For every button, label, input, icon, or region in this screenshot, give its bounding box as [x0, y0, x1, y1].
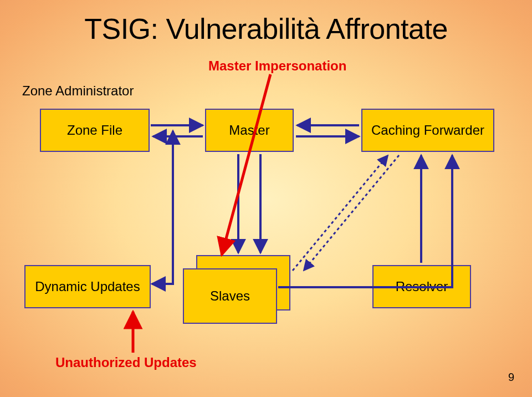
slide-title: TSIG: Vulnerabilità Affrontate — [0, 12, 532, 45]
dynamic-updates-box: Dynamic Updates — [24, 265, 151, 308]
resolver-box: Resolver — [372, 265, 471, 308]
master-impersonation-label: Master Impersonation — [208, 58, 346, 74]
arrow-master-impersonation — [222, 74, 270, 255]
page-number: 9 — [508, 371, 514, 384]
master-label: Master — [229, 123, 269, 138]
zone-administrator-label: Zone Administrator — [22, 83, 134, 99]
zone-file-label: Zone File — [67, 123, 122, 138]
slaves-label: Slaves — [210, 288, 250, 304]
caching-forwarder-label: Caching Forwarder — [371, 123, 484, 138]
caching-forwarder-box: Caching Forwarder — [361, 109, 494, 152]
arrow-dashed-up — [293, 155, 388, 271]
resolver-label: Resolver — [396, 279, 448, 294]
dynamic-updates-label: Dynamic Updates — [35, 279, 140, 294]
unauthorized-updates-label: Unauthorized Updates — [55, 355, 197, 370]
master-box: Master — [205, 109, 294, 152]
arrow-dashed-down — [304, 155, 399, 271]
zone-file-box: Zone File — [40, 109, 150, 152]
arrow-dynamic-L — [152, 131, 173, 284]
slaves-box: Slaves — [183, 268, 277, 324]
